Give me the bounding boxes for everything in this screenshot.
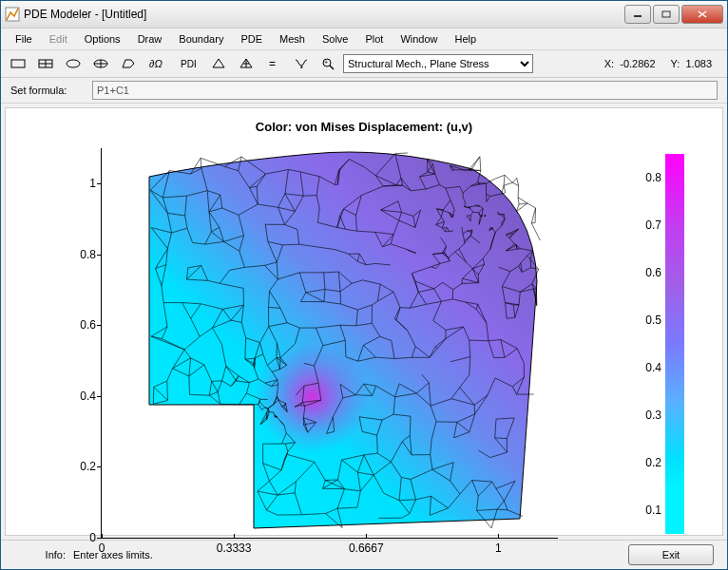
exit-button[interactable]: Exit: [628, 544, 714, 565]
ytick-label: 0.4: [66, 390, 96, 403]
app-icon: [5, 7, 20, 22]
colorbar: [665, 154, 684, 534]
svg-text:PDE: PDE: [181, 59, 196, 69]
toolbar: ∂Ω PDE = + Structural Mech., Plane Stres…: [1, 50, 727, 78]
titlebar: PDE Modeler - [Untitled]: [1, 1, 727, 28]
maximize-button[interactable]: [653, 5, 680, 24]
coord-readout: X: -0.2862 Y: 1.083: [593, 58, 723, 69]
svg-text:∂Ω: ∂Ω: [149, 58, 163, 69]
colorbar-tick: 0.4: [645, 361, 661, 374]
refine-mesh-tool-icon[interactable]: [233, 52, 259, 75]
mesh-plot: [102, 148, 558, 538]
colorbar-tick: 0.2: [645, 456, 661, 469]
pde-tool-icon[interactable]: PDE: [170, 52, 204, 75]
mode-select[interactable]: Structural Mech., Plane Stress: [343, 54, 533, 73]
polygon-tool-icon[interactable]: [115, 52, 142, 75]
window-title: PDE Modeler - [Untitled]: [24, 8, 624, 21]
ytick-label: 0.2: [66, 460, 96, 473]
menu-options[interactable]: Options: [76, 30, 129, 48]
ytick-label: 0: [66, 531, 96, 544]
menu-window[interactable]: Window: [392, 30, 446, 48]
svg-line-15: [330, 66, 334, 69]
ytick-label: 1: [66, 177, 96, 190]
menu-file[interactable]: File: [7, 30, 41, 48]
menu-draw[interactable]: Draw: [129, 30, 171, 48]
colorbar-tick: 0.1: [645, 504, 661, 517]
menu-solve[interactable]: Solve: [314, 30, 357, 48]
zoom-tool-icon[interactable]: +: [316, 52, 342, 75]
boundary-tool-icon[interactable]: ∂Ω: [143, 52, 169, 75]
menubar: File Edit Options Draw Boundary PDE Mesh…: [1, 28, 727, 50]
formula-input[interactable]: [92, 81, 718, 100]
colorbar-tick: 0.6: [645, 266, 661, 279]
plot-tool-icon[interactable]: [288, 52, 315, 75]
ytick-label: 0.6: [66, 318, 96, 332]
xtick-label: 0.6667: [349, 542, 384, 555]
menu-help[interactable]: Help: [447, 30, 486, 48]
colorbar-tick: 0.5: [645, 314, 661, 327]
xtick-label: 0.3333: [217, 542, 252, 555]
svg-point-7: [67, 60, 80, 67]
formula-label: Set formula:: [10, 85, 92, 96]
solve-tool-icon[interactable]: =: [260, 52, 287, 75]
svg-rect-2: [662, 11, 670, 17]
plot-area[interactable]: Color: von Mises Displacement: (u,v) 00.…: [5, 107, 723, 536]
status-text: Enter axes limits.: [73, 549, 153, 560]
colorbar-tick: 0.7: [645, 218, 661, 232]
app-window: PDE Modeler - [Untitled] File Edit Optio…: [0, 0, 728, 570]
status-label: Info:: [14, 549, 66, 560]
plot-title: Color: von Mises Displacement: (u,v): [6, 120, 722, 134]
menu-plot[interactable]: Plot: [356, 30, 392, 48]
ytick-label: 0.8: [66, 248, 96, 261]
xtick-label: 0: [99, 542, 105, 555]
rect-center-tool-icon[interactable]: [32, 52, 59, 75]
ellipse-tool-icon[interactable]: [60, 52, 86, 75]
svg-text:+: +: [324, 59, 328, 66]
colorbar-tick: 0.8: [645, 171, 661, 184]
menu-boundary[interactable]: Boundary: [170, 30, 232, 48]
svg-rect-3: [11, 60, 25, 67]
colorbar-tick: 0.3: [645, 408, 661, 422]
xtick-label: 1: [495, 542, 502, 555]
svg-text:=: =: [269, 57, 276, 70]
close-button[interactable]: [681, 5, 723, 24]
ellipse-center-tool-icon[interactable]: [87, 52, 114, 75]
mesh-tool-icon[interactable]: [205, 52, 232, 75]
rect-tool-icon[interactable]: [5, 52, 31, 75]
menu-mesh[interactable]: Mesh: [271, 30, 314, 48]
minimize-button[interactable]: [624, 5, 651, 24]
menu-pde[interactable]: PDE: [232, 30, 271, 48]
axes: 00.20.40.60.8100.33330.66671: [101, 148, 558, 539]
menu-edit[interactable]: Edit: [41, 30, 76, 48]
formula-row: Set formula:: [1, 78, 727, 104]
